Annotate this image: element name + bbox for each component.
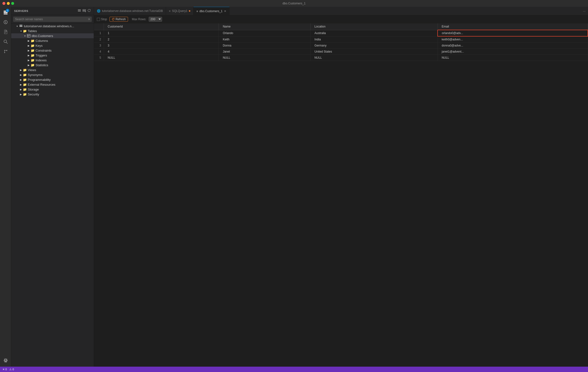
row-num-5: 5 — [94, 55, 104, 61]
arrow-dbo-customers: ▾ — [23, 34, 27, 38]
tree-item-storage[interactable]: ▶ 📁 Storage — [11, 87, 94, 92]
window-title: dbo.Customers_1 — [283, 2, 306, 5]
add-server-icon[interactable] — [83, 9, 86, 13]
error-icon: ✕ — [2, 368, 5, 371]
tab-customers-label: dbo.Customers_1 — [200, 10, 223, 13]
tree-item-columns[interactable]: ▶ 📁 Columns — [11, 38, 94, 43]
tables-label: Tables — [28, 29, 37, 33]
arrow-server: ▾ — [15, 24, 19, 28]
indexes-label: Indexes — [36, 58, 47, 62]
sidebar-item-git[interactable] — [1, 47, 10, 56]
cell-customerid-1: 1 — [104, 30, 219, 36]
sidebar-item-search[interactable] — [1, 37, 10, 46]
refresh-icon — [112, 18, 115, 21]
security-folder-icon: 📁 — [23, 92, 27, 96]
sidebar-title: SERVERS — [14, 10, 29, 12]
programmability-folder-icon: 📁 — [23, 78, 27, 82]
cell-name-2: Keith — [219, 36, 311, 43]
arrow-tables: ▾ — [19, 29, 23, 33]
sidebar-item-documents[interactable] — [1, 27, 10, 37]
sidebar: SERVERS ✕ ▾ — [11, 7, 94, 367]
maximize-button[interactable] — [11, 2, 14, 5]
close-button[interactable] — [2, 2, 5, 5]
table-tab-icon: ≡ — [196, 10, 198, 13]
refresh-button[interactable]: Refresh — [110, 17, 128, 22]
columns-label: Columns — [36, 39, 48, 43]
table-row: 4 4 Janet United States janet1@advent... — [94, 49, 588, 55]
tab-overflow-button[interactable]: ··· — [580, 9, 588, 13]
arrow-programmability: ▶ — [19, 78, 23, 82]
cell-customerid-4: 4 — [104, 49, 219, 55]
svg-point-6 — [4, 52, 5, 53]
statistics-label: Statistics — [36, 63, 48, 67]
constraints-label: Constraints — [36, 49, 52, 52]
refresh-servers-icon[interactable] — [87, 9, 91, 13]
sidebar-item-servers[interactable]: 1 — [1, 8, 10, 17]
minimize-button[interactable] — [7, 2, 10, 5]
cell-location-2: India — [311, 36, 438, 43]
new-connection-icon[interactable] — [78, 9, 81, 13]
tab-close-button[interactable]: ✕ — [224, 10, 226, 13]
col-header-rownum — [94, 23, 104, 30]
server-tab-globe-icon: 🌐 — [97, 9, 101, 13]
table-row: 2 2 Keith India keith0@adven... — [94, 36, 588, 43]
statistics-folder-icon: 📁 — [31, 63, 35, 67]
titlebar: dbo.Customers_1 — [0, 0, 588, 7]
triggers-label: Triggers — [36, 53, 47, 57]
tab-unsaved-indicator — [189, 10, 190, 12]
tree-item-security[interactable]: ▶ 📁 Security — [11, 92, 94, 97]
settings-icon[interactable] — [1, 355, 10, 365]
cell-email-2: keith0@adven... — [438, 36, 588, 43]
arrow-constraints: ▶ — [27, 48, 31, 52]
col-header-location: Location — [311, 23, 438, 30]
cell-location-4: United States — [311, 49, 438, 55]
svg-rect-1 — [4, 12, 8, 13]
status-bar: ✕ 0 ⚠ 0 — [0, 367, 588, 372]
synonyms-folder-icon: 📁 — [23, 73, 27, 77]
tab-customers[interactable]: ≡ dbo.Customers_1 ✕ — [193, 7, 230, 15]
stop-checkbox[interactable] — [97, 18, 100, 21]
table-row: 5 NULL NULL NULL NULL — [94, 55, 588, 61]
cell-customerid-3: 3 — [104, 43, 219, 49]
svg-rect-10 — [83, 10, 86, 10]
sidebar-item-history[interactable] — [1, 18, 10, 27]
cell-name-3: Donna — [219, 43, 311, 49]
tree-item-synonyms[interactable]: ▶ 📁 Synonyms — [11, 72, 94, 77]
storage-folder-icon: 📁 — [23, 87, 27, 91]
table-row: 3 3 Donna Germany donna0@adve... — [94, 43, 588, 49]
tree-item-keys[interactable]: ▶ 📁 Keys — [11, 43, 94, 48]
svg-line-4 — [6, 42, 8, 43]
search-input[interactable] — [13, 17, 92, 22]
arrow-storage: ▶ — [19, 87, 23, 91]
tree-item-views[interactable]: ▶ 📁 Views — [11, 67, 94, 72]
tree-item-server[interactable]: ▾ tutorialserver.database.windows.n... — [11, 24, 94, 29]
tab-server[interactable]: 🌐 tutorialserver.database.windows.net:Tu… — [94, 7, 166, 15]
error-count: 0 — [5, 368, 7, 371]
tab-sqlquery1[interactable]: ≡ SQLQuery1 — [166, 7, 193, 15]
tree-item-tables[interactable]: ▾ 📁 Tables — [11, 29, 94, 33]
cell-location-5: NULL — [311, 55, 438, 61]
stop-label[interactable]: Stop — [97, 18, 107, 21]
tree-item-indexes[interactable]: ▶ 📁 Indexes — [11, 58, 94, 63]
tree-item-dbo-customers[interactable]: ▾ dbo.Customers — [11, 33, 94, 38]
cell-email-1[interactable]: orlando0@adv... — [438, 30, 588, 36]
tree-item-external-resources[interactable]: ▶ 📁 External Resources — [11, 82, 94, 87]
max-rows-select[interactable]: 100 200 500 1000 5000 — [149, 17, 162, 22]
clear-search-icon[interactable]: ✕ — [88, 18, 90, 21]
cell-location-1: Australia — [311, 30, 438, 36]
svg-point-5 — [4, 50, 5, 51]
table-container: CustomerId Name Location Email 1 1 Orlan… — [94, 23, 588, 367]
tree-item-constraints[interactable]: ▶ 📁 Constraints — [11, 48, 94, 53]
tree-item-programmability[interactable]: ▶ 📁 Programmability — [11, 77, 94, 82]
arrow-columns: ▶ — [27, 39, 31, 43]
tree-item-triggers[interactable]: ▶ 📁 Triggers — [11, 53, 94, 58]
main-content: 🌐 tutorialserver.database.windows.net:Tu… — [94, 7, 588, 367]
error-status: ✕ 0 — [2, 368, 7, 371]
constraints-folder-icon: 📁 — [31, 48, 35, 52]
svg-rect-8 — [78, 10, 81, 10]
svg-point-16 — [22, 25, 22, 26]
row-num-1: 1 — [94, 30, 104, 36]
tree-item-statistics[interactable]: ▶ 📁 Statistics — [11, 63, 94, 67]
cell-customerid-5: NULL — [104, 55, 219, 61]
arrow-triggers: ▶ — [27, 53, 31, 57]
